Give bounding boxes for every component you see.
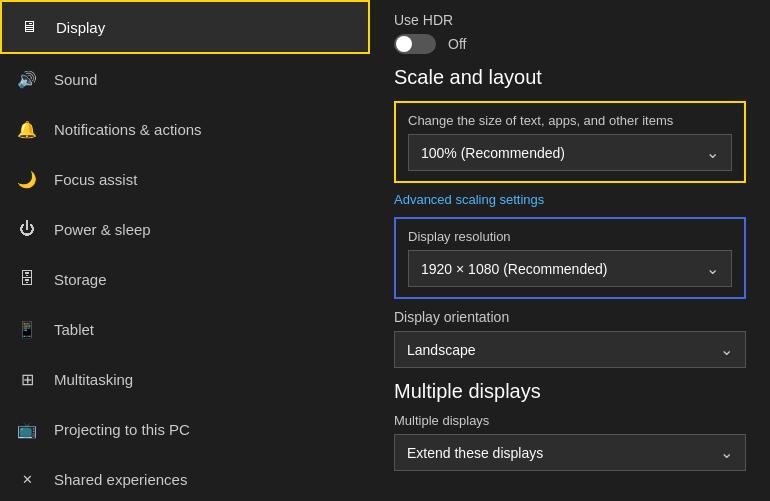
sidebar-item-label: Tablet xyxy=(54,321,94,338)
scale-dropdown[interactable]: 100% (Recommended) ⌄ xyxy=(408,134,732,171)
multitasking-icon: ⊞ xyxy=(16,368,38,390)
multiple-displays-dropdown-value: Extend these displays xyxy=(407,445,543,461)
multiple-displays-label: Multiple displays xyxy=(394,413,746,428)
orientation-dropdown-arrow: ⌄ xyxy=(720,340,733,359)
display-icon: 🖥 xyxy=(18,16,40,38)
scale-box: Change the size of text, apps, and other… xyxy=(394,101,746,183)
sidebar-item-label: Power & sleep xyxy=(54,221,151,238)
shared-icon: ✕ xyxy=(16,468,38,490)
resolution-dropdown-value: 1920 × 1080 (Recommended) xyxy=(421,261,607,277)
scale-section-title: Scale and layout xyxy=(394,66,746,89)
hdr-row: Use HDR xyxy=(394,12,746,28)
scale-box-label: Change the size of text, apps, and other… xyxy=(408,113,732,128)
hdr-status: Off xyxy=(448,36,466,52)
multiple-displays-dropdown-arrow: ⌄ xyxy=(720,443,733,462)
sidebar-item-power[interactable]: ⏻ Power & sleep xyxy=(0,204,370,254)
sidebar-item-focus[interactable]: 🌙 Focus assist xyxy=(0,154,370,204)
scale-dropdown-value: 100% (Recommended) xyxy=(421,145,565,161)
storage-icon: 🗄 xyxy=(16,268,38,290)
main-content: Use HDR Off Scale and layout Change the … xyxy=(370,0,770,501)
orientation-dropdown[interactable]: Landscape ⌄ xyxy=(394,331,746,368)
multiple-displays-section: Multiple displays Multiple displays Exte… xyxy=(394,380,746,471)
sidebar-item-tablet[interactable]: 📱 Tablet xyxy=(0,304,370,354)
multiple-displays-dropdown[interactable]: Extend these displays ⌄ xyxy=(394,434,746,471)
scale-dropdown-arrow: ⌄ xyxy=(706,143,719,162)
toggle-knob xyxy=(396,36,412,52)
sidebar-item-label: Notifications & actions xyxy=(54,121,202,138)
sidebar-item-projecting[interactable]: 📺 Projecting to this PC xyxy=(0,404,370,454)
hdr-label: Use HDR xyxy=(394,12,453,28)
advanced-scaling-link[interactable]: Advanced scaling settings xyxy=(394,192,544,207)
sidebar-item-storage[interactable]: 🗄 Storage xyxy=(0,254,370,304)
sidebar-item-sound[interactable]: 🔊 Sound xyxy=(0,54,370,104)
notifications-icon: 🔔 xyxy=(16,118,38,140)
sidebar: 🖥 Display 🔊 Sound 🔔 Notifications & acti… xyxy=(0,0,370,501)
resolution-dropdown-arrow: ⌄ xyxy=(706,259,719,278)
sidebar-item-display[interactable]: 🖥 Display xyxy=(0,0,370,54)
hdr-toggle-row: Off xyxy=(394,34,746,54)
resolution-label: Display resolution xyxy=(408,229,732,244)
sidebar-item-label: Focus assist xyxy=(54,171,137,188)
sound-icon: 🔊 xyxy=(16,68,38,90)
focus-icon: 🌙 xyxy=(16,168,38,190)
sidebar-item-label: Sound xyxy=(54,71,97,88)
tablet-icon: 📱 xyxy=(16,318,38,340)
sidebar-item-label: Multitasking xyxy=(54,371,133,388)
sidebar-item-label: Display xyxy=(56,19,105,36)
projecting-icon: 📺 xyxy=(16,418,38,440)
scale-section: Scale and layout Change the size of text… xyxy=(394,66,746,368)
resolution-box: Display resolution 1920 × 1080 (Recommen… xyxy=(394,217,746,299)
orientation-dropdown-value: Landscape xyxy=(407,342,476,358)
sidebar-item-label: Shared experiences xyxy=(54,471,187,488)
power-icon: ⏻ xyxy=(16,218,38,240)
orientation-label: Display orientation xyxy=(394,309,746,325)
hdr-toggle[interactable] xyxy=(394,34,436,54)
sidebar-item-label: Storage xyxy=(54,271,107,288)
sidebar-item-shared[interactable]: ✕ Shared experiences xyxy=(0,454,370,501)
resolution-dropdown[interactable]: 1920 × 1080 (Recommended) ⌄ xyxy=(408,250,732,287)
sidebar-item-notifications[interactable]: 🔔 Notifications & actions xyxy=(0,104,370,154)
sidebar-item-multitasking[interactable]: ⊞ Multitasking xyxy=(0,354,370,404)
multiple-displays-title: Multiple displays xyxy=(394,380,746,403)
sidebar-item-label: Projecting to this PC xyxy=(54,421,190,438)
